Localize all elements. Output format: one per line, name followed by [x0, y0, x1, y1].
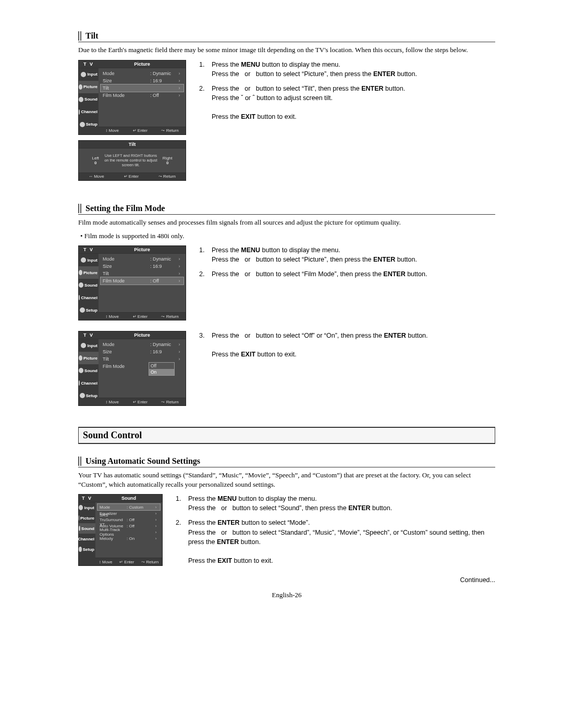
- sound-icon: [79, 526, 80, 531]
- input-icon: [81, 72, 86, 77]
- side-channel: Channel: [79, 291, 99, 304]
- rule: [78, 42, 495, 42]
- side-setup: Setup: [79, 544, 95, 554]
- instruction-column: 3.Press the or button to select “Off” or…: [199, 331, 495, 411]
- picture-icon: [79, 355, 82, 361]
- continued-label: Continued...: [78, 576, 495, 584]
- osd-sidebar: Input Picture Sound Channel Setup: [79, 502, 95, 565]
- content-row: T V Picture Input Picture Sound Channel …: [78, 245, 495, 326]
- osd-footer: ↕ Move ↵ Enter ⤳ Return: [99, 127, 186, 134]
- osd-row-selected: Tilt›: [101, 84, 183, 92]
- osd-title: Picture: [99, 60, 186, 68]
- content-row: T V Picture Input Picture Sound Channel …: [78, 331, 495, 411]
- osd-row: Size: 16:9›: [101, 263, 183, 270]
- section-intro: Due to the Earth's magnetic field there …: [78, 45, 495, 55]
- side-channel: Channel: [79, 377, 99, 389]
- osd-row: Mode: Dynamic›: [101, 255, 183, 263]
- osd-sidebar: Input Picture Sound Channel Setup: [79, 68, 99, 134]
- arrow-icon: ›: [177, 93, 181, 98]
- page-number: English-26: [78, 591, 495, 599]
- side-picture: Picture: [79, 513, 95, 523]
- picture-icon: [79, 270, 82, 275]
- osd-row-selected: Mode: Custom›: [97, 504, 160, 510]
- side-picture: Picture: [79, 352, 99, 364]
- arrow-icon: ›: [177, 78, 181, 83]
- content-row: T V Picture Input Picture Sound Channel …: [78, 60, 495, 186]
- side-input: Input: [79, 68, 99, 81]
- osd-sidebar: Input Picture Sound Channel Setup: [79, 339, 99, 405]
- setup-icon: [80, 122, 85, 127]
- section-intro: Film mode automatically senses and proce…: [78, 218, 495, 227]
- osd-title: Picture: [99, 331, 186, 339]
- osd-column: T V Sound Input Picture Sound Channel Se…: [78, 494, 164, 571]
- setup-icon: [80, 307, 85, 313]
- osd-main: Mode: Dynamic› Size: 16:9› Tilt› Film Mo…: [99, 254, 186, 320]
- picture-icon: [79, 515, 79, 521]
- osd-sound: T V Sound Input Picture Sound Channel Se…: [78, 494, 163, 566]
- osd-column: T V Picture Input Picture Sound Channel …: [78, 60, 188, 186]
- dropdown-option: Off: [149, 363, 174, 369]
- sound-icon: [79, 282, 83, 288]
- section-intro: Your TV has automatic sound settings (“S…: [78, 471, 495, 489]
- tilt-slider: Left 0 Use LEFT and RIGHT buttons on the…: [79, 149, 186, 172]
- osd-tv-label: T V: [79, 495, 95, 502]
- setup-icon: [79, 547, 82, 552]
- osd-tv-label: T V: [79, 246, 99, 253]
- side-input: Input: [79, 339, 99, 352]
- step: 2.Press the or button to select “Film Mo…: [199, 269, 495, 279]
- osd-tv-label: T V: [79, 331, 99, 339]
- input-icon: [81, 257, 86, 263]
- osd-row: SRS TruSurround XT: Off›: [97, 516, 160, 523]
- side-sound: Sound: [79, 523, 95, 534]
- step: 1.Press the MENU button to display the m…: [176, 494, 495, 513]
- instruction-column: 1.Press the MENU button to display the m…: [199, 60, 495, 186]
- instruction-column: 1.Press the MENU button to display the m…: [199, 245, 495, 326]
- step: 2.Press the ENTER button to select “Mode…: [176, 518, 495, 565]
- manual-page: Tilt Due to the Earth's magnetic field t…: [0, 0, 563, 620]
- tilt-message: Use LEFT and RIGHT buttons on the remote…: [102, 153, 160, 167]
- osd-row: Size: 16:9›: [101, 77, 183, 84]
- osd-title: Sound: [95, 495, 162, 502]
- osd-tv-label: T V: [79, 60, 99, 68]
- osd-row: Tilt›: [101, 355, 183, 363]
- osd-footer: ↕ Move↵ Enter⤳ Return: [95, 558, 162, 565]
- side-setup: Setup: [79, 118, 99, 131]
- sound-icon: [79, 368, 83, 373]
- osd-main: Mode: Dynamic› Size: 16:9› Tilt› Film Mo…: [99, 68, 186, 134]
- osd-main: Mode: Custom› Equalizer› SRS TruSurround…: [95, 502, 162, 565]
- osd-row: Melody: On›: [97, 535, 160, 541]
- side-sound: Sound: [79, 364, 99, 377]
- tilt-right: Right 0: [163, 156, 173, 165]
- osd-sidebar: Input Picture Sound Channel Setup: [79, 254, 99, 320]
- side-channel: Channel: [79, 106, 99, 118]
- osd-row: Mode: Dynamic›: [101, 70, 183, 77]
- rule: [78, 214, 495, 215]
- osd-footer: ↕ Move↵ Enter⤳ Return: [99, 398, 186, 405]
- content-row: T V Sound Input Picture Sound Channel Se…: [78, 494, 495, 571]
- osd-footer: ↕ Move↵ Enter⤳ Return: [99, 312, 186, 320]
- side-picture: Picture: [79, 81, 99, 93]
- side-channel: Channel: [79, 534, 95, 544]
- step: 3.Press the or button to select “Off” or…: [199, 331, 495, 359]
- channel-icon: [79, 109, 80, 115]
- side-picture: Picture: [79, 266, 99, 279]
- osd-row: Mode: Dynamic›: [101, 341, 183, 348]
- channel-icon: [79, 380, 80, 386]
- side-input: Input: [79, 254, 99, 266]
- step: 2.Press the or button to select “Tilt”, …: [199, 84, 495, 122]
- section-title-sound-control: Sound Control: [78, 427, 495, 444]
- dropdown-option-selected: On: [149, 369, 174, 375]
- osd-picture-tilt: T V Picture Input Picture Sound Channel …: [78, 60, 186, 135]
- setup-icon: [80, 393, 85, 398]
- osd-tilt-adjust: Tilt Left 0 Use LEFT and RIGHT buttons o…: [78, 140, 186, 181]
- side-setup: Setup: [79, 389, 99, 402]
- osd-column: T V Picture Input Picture Sound Channel …: [78, 245, 188, 326]
- arrow-icon: ›: [177, 85, 181, 91]
- step: 1.Press the MENU button to display the m…: [199, 60, 495, 79]
- note: • Film mode is supported in 480i only.: [80, 232, 495, 240]
- arrow-icon: ›: [177, 71, 181, 76]
- side-setup: Setup: [79, 304, 99, 316]
- channel-icon: [79, 295, 80, 300]
- picture-icon: [79, 84, 82, 90]
- input-icon: [79, 505, 83, 510]
